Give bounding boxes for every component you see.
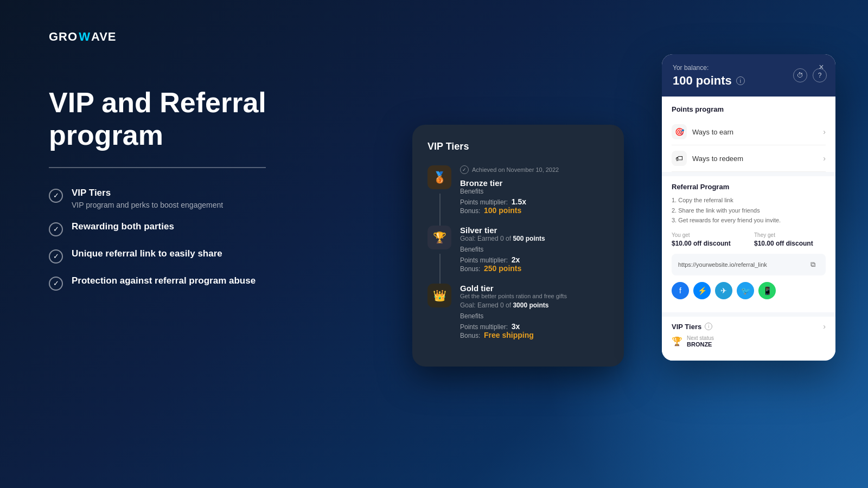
ways-to-earn-row[interactable]: 🎯 Ways to earn › <box>672 119 826 145</box>
tier-desc: Get the better points ration and free gi… <box>460 293 609 299</box>
multiplier-value: 2x <box>512 255 520 264</box>
vip-tiers-section: VIP Tiers i › 🏆 Next status BRONZE <box>672 317 826 352</box>
tier-bronze: 🥉 ✓ Achieved on November 10, 2022 Bronze… <box>427 165 609 215</box>
achieved-badge: ✓ Achieved on November 10, 2022 <box>460 165 609 174</box>
list-item: Unique referral link to easily share <box>49 248 347 264</box>
check-icon <box>49 189 63 203</box>
referral-link-row: https://yourwebsite.io/referral_link ⧉ <box>672 254 826 275</box>
tier-multiplier: Points multiplier: 2x <box>460 255 609 264</box>
section-divider-2 <box>662 312 835 317</box>
twitter-icon[interactable]: 🐦 <box>737 282 754 299</box>
messenger-icon[interactable]: ⚡ <box>693 282 711 299</box>
they-get-value: $10.00 off discount <box>754 240 826 247</box>
benefits-label: Benefits <box>460 246 609 253</box>
you-get-col: You get $10.00 off discount <box>672 232 743 247</box>
ways-to-earn-left: 🎯 Ways to earn <box>672 124 733 139</box>
they-get-label: They get <box>754 232 826 238</box>
ways-to-redeem-row[interactable]: 🏷 Ways to redeem › <box>672 145 826 172</box>
list-item: Protection against referral program abus… <box>49 275 347 291</box>
feature-subtitle: VIP program and perks to boost engagemen… <box>72 201 223 209</box>
tier-goal: Goal: Earned 0 of 3000 points <box>460 301 609 309</box>
you-get-label: You get <box>672 232 743 238</box>
referral-rewards: You get $10.00 off discount They get $10… <box>672 232 826 247</box>
chevron-right-icon: › <box>823 154 826 163</box>
earn-icon: 🎯 <box>672 124 687 139</box>
vip-info-icon[interactable]: i <box>705 323 712 330</box>
section-divider <box>662 172 835 176</box>
vip-tiers-label: VIP Tiers <box>672 323 701 331</box>
tier-content: Silver tier Goal: Earned 0 of 500 points… <box>460 226 609 273</box>
tier-bonus: Bonus: 100 points <box>460 206 609 215</box>
bonus-value: 250 points <box>484 264 521 273</box>
tier-name: Silver tier <box>460 226 609 235</box>
social-icons: f ⚡ ✈ 🐦 📱 <box>672 282 826 299</box>
whatsapp-icon[interactable]: 📱 <box>758 282 776 299</box>
gold-icon: 👑 <box>427 284 451 307</box>
achieved-text: Achieved on November 10, 2022 <box>472 166 559 173</box>
help-icon[interactable]: ? <box>813 68 827 82</box>
check-icon <box>49 249 63 264</box>
vip-tier-icon: 🏆 <box>672 336 682 346</box>
tier-content: ✓ Achieved on November 10, 2022 Bronze t… <box>460 165 609 215</box>
check-icon <box>49 277 63 291</box>
feature-text: Unique referral link to easily share <box>72 248 222 259</box>
tier-silver: 🏆 Silver tier Goal: Earned 0 of 500 poin… <box>427 226 609 273</box>
telegram-icon[interactable]: ✈ <box>715 282 732 299</box>
logo-text: GRO <box>49 30 78 44</box>
feature-title: Rewarding both parties <box>72 221 174 232</box>
vip-tiers-header: VIP Tiers i › <box>672 322 826 331</box>
tier-gold: 👑 Gold tier Get the better points ration… <box>427 284 609 339</box>
bonus-value: Free shipping <box>484 331 534 339</box>
history-icon[interactable]: ⏱ <box>793 68 807 82</box>
multiplier-value: 3x <box>512 322 520 331</box>
list-item: Rewarding both parties <box>49 221 347 236</box>
widget-card: × Yor balance: 100 points i ⏱ ? Points p… <box>662 54 835 361</box>
bonus-value: 100 points <box>484 206 521 215</box>
widget-header: × Yor balance: 100 points i ⏱ ? <box>662 54 835 97</box>
referral-link-text: https://yourwebsite.io/referral_link <box>678 261 802 268</box>
vip-status-block: Next status BRONZE <box>687 335 714 348</box>
tier-goal: Goal: Earned 0 of 500 points <box>460 235 609 242</box>
check-icon <box>49 222 63 236</box>
silver-icon: 🏆 <box>427 226 451 249</box>
tier-content: Gold tier Get the better points ration a… <box>460 284 609 339</box>
referral-title: Referral Program <box>672 183 826 191</box>
vip-tiers-card: VIP Tiers 🥉 ✓ Achieved on November 10, 2… <box>412 125 624 367</box>
chevron-right-icon: › <box>823 322 826 331</box>
feature-title: Protection against referral program abus… <box>72 275 256 286</box>
feature-title: VIP Tiers <box>72 188 223 198</box>
feature-list: VIP Tiers VIP program and perks to boost… <box>49 188 347 291</box>
left-content: VIP and Referral program VIP Tiers VIP p… <box>49 87 347 291</box>
benefits-label: Benefits <box>460 312 609 320</box>
benefits-label: Benefits <box>460 188 609 195</box>
points-program-title: Points program <box>672 105 826 113</box>
bronze-icon: 🥉 <box>427 165 451 189</box>
chevron-right-icon: › <box>823 127 826 136</box>
redeem-icon: 🏷 <box>672 151 687 166</box>
copy-button[interactable]: ⧉ <box>806 258 819 271</box>
feature-text: VIP Tiers VIP program and perks to boost… <box>72 188 223 209</box>
tier-multiplier: Points multiplier: 3x <box>460 322 609 331</box>
vip-next-label: Next status <box>687 335 714 341</box>
facebook-icon[interactable]: f <box>672 282 689 299</box>
widget-body: Points program 🎯 Ways to earn › 🏷 Ways t… <box>662 97 835 361</box>
vip-card-title: VIP Tiers <box>427 141 609 152</box>
cards-area: VIP Tiers 🥉 ✓ Achieved on November 10, 2… <box>412 54 835 434</box>
balance-amount: 100 points <box>673 74 732 88</box>
logo-wave: W <box>79 30 90 44</box>
list-item: VIP Tiers VIP program and perks to boost… <box>49 188 347 209</box>
ways-to-redeem-label: Ways to redeem <box>692 155 743 163</box>
vip-next-value: BRONZE <box>687 341 714 348</box>
they-get-col: They get $10.00 off discount <box>754 232 826 247</box>
page-title: VIP and Referral program <box>49 87 347 152</box>
referral-section: Referral Program 1. Copy the referral li… <box>672 176 826 312</box>
tier-name: Gold tier <box>460 284 609 293</box>
balance-info-icon[interactable]: i <box>736 76 745 85</box>
feature-text: Protection against referral program abus… <box>72 275 256 286</box>
ways-to-redeem-left: 🏷 Ways to redeem <box>672 151 743 166</box>
feature-title: Unique referral link to easily share <box>72 248 222 259</box>
ways-to-earn-label: Ways to earn <box>692 128 733 136</box>
achieved-check-icon: ✓ <box>460 165 469 174</box>
vip-tiers-title-row: VIP Tiers i <box>672 323 712 331</box>
tier-bonus: Bonus: Free shipping <box>460 331 609 339</box>
